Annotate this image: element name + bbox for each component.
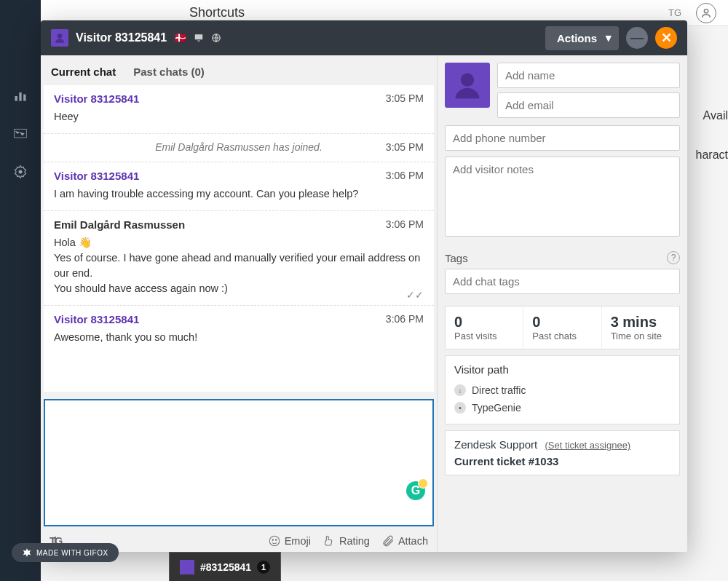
chat-tab-bottom[interactable]: #83125841 1 xyxy=(169,552,281,581)
gifox-badge: MADE WITH GIFOX xyxy=(12,543,119,562)
shortcuts-tab[interactable]: Shortcuts xyxy=(189,5,245,20)
message-visitor: Visitor 831258413:05 PMHeey xyxy=(44,85,434,133)
availability-text: Avail xyxy=(703,109,728,122)
svg-rect-7 xyxy=(195,34,203,39)
tab-current-chat[interactable]: Current chat xyxy=(51,66,116,78)
message-text: Heey xyxy=(54,109,424,125)
svg-point-12 xyxy=(275,540,277,541)
transcript: Visitor 831258413:05 PMHeeyEmil Dalgård … xyxy=(44,85,434,392)
message-composer: G xyxy=(44,399,434,526)
message-sender: Emil Dalgård Rasmussen xyxy=(54,218,424,231)
actions-dropdown[interactable]: Actions xyxy=(545,26,619,50)
country-flag-icon: 🇩🇰 xyxy=(174,32,186,44)
svg-rect-4 xyxy=(15,129,27,138)
message-agent: Emil Dalgård Rasmussen3:06 PMHola 👋Yes o… xyxy=(44,210,434,305)
svg-point-0 xyxy=(704,9,708,12)
monitor-icon[interactable] xyxy=(12,125,29,143)
visitor-stats: 0 Past visits 0 Past chats 3 mins Time o… xyxy=(445,306,680,349)
chat-tags-input[interactable] xyxy=(445,269,680,294)
rating-button[interactable]: Rating xyxy=(323,534,370,548)
visitor-path-item[interactable]: ↓Direct traffic xyxy=(454,382,670,399)
desktop-icon xyxy=(194,33,204,43)
tab-past-chats[interactable]: Past chats (0) xyxy=(133,66,205,78)
svg-rect-1 xyxy=(15,96,17,101)
path-bullet-icon: ↓ xyxy=(454,384,466,396)
tags-label: Tags ? xyxy=(438,245,687,269)
current-ticket-title: Current ticket #1033 xyxy=(454,455,670,467)
stat-past-chats: 0 Past chats xyxy=(523,307,601,349)
message-text: Hola 👋Yes of course. I have gone ahead a… xyxy=(54,235,424,296)
chat-panel: Current chat Past chats (0) Visitor 8312… xyxy=(41,55,438,552)
message-time: 3:06 PM xyxy=(386,170,424,181)
chat-tabs: Current chat Past chats (0) xyxy=(41,55,437,85)
attach-button[interactable]: Attach xyxy=(381,534,428,548)
globe-icon xyxy=(211,33,221,43)
message-sender: Visitor 83125841 xyxy=(54,170,424,182)
path-bullet-icon: • xyxy=(454,402,466,414)
visitor-avatar-large xyxy=(445,63,490,108)
svg-rect-8 xyxy=(197,41,200,42)
svg-point-11 xyxy=(272,540,274,541)
visitor-avatar-small xyxy=(51,29,68,47)
message-sender: Visitor 83125841 xyxy=(54,313,424,325)
tab-visitor-avatar-icon xyxy=(180,560,194,574)
message-system: Emil Dalgård Rasmussen has joined.3:05 P… xyxy=(44,133,434,162)
set-ticket-assignee-link[interactable]: (Set ticket assignee) xyxy=(545,440,630,451)
visitor-notes-input[interactable] xyxy=(445,157,680,237)
zendesk-support-box: Zendesk Support (Set ticket assignee) Cu… xyxy=(445,430,680,475)
zendesk-support-title: Zendesk Support xyxy=(454,438,537,451)
modal-title: Visitor 83125841 xyxy=(76,31,167,44)
settings-icon[interactable] xyxy=(12,163,29,181)
modal-header: Visitor 83125841 🇩🇰 Actions — ✕ xyxy=(41,20,687,55)
visitor-name-input[interactable] xyxy=(497,63,680,88)
svg-point-10 xyxy=(269,536,280,546)
help-icon[interactable]: ? xyxy=(667,251,680,264)
message-time: 3:05 PM xyxy=(386,141,424,153)
unread-badge: 1 xyxy=(257,561,270,574)
visitor-email-input[interactable] xyxy=(497,92,680,118)
svg-rect-3 xyxy=(23,95,25,101)
close-button[interactable]: ✕ xyxy=(655,27,677,49)
stat-time-on-site: 3 mins Time on site xyxy=(602,307,679,349)
emoji-button[interactable]: Emoji xyxy=(268,534,311,548)
message-text: Awesome, thank you so much! xyxy=(54,330,424,345)
visitor-phone-input[interactable] xyxy=(445,125,680,151)
stat-past-visits: 0 Past visits xyxy=(446,307,523,349)
user-avatar-icon[interactable] xyxy=(696,3,716,23)
message-text: I am having trouble accessing my account… xyxy=(54,186,424,202)
minimize-button[interactable]: — xyxy=(626,27,648,49)
svg-point-6 xyxy=(58,33,63,39)
left-navigation-rail xyxy=(0,0,41,581)
read-receipt-icon: ✓✓ xyxy=(406,289,424,301)
message-time: 3:05 PM xyxy=(386,92,424,104)
message-visitor: Visitor 831258413:06 PMAwesome, thank yo… xyxy=(44,305,434,354)
visitor-path-item[interactable]: •TypeGenie xyxy=(454,399,670,416)
svg-point-13 xyxy=(461,74,474,87)
message-input[interactable] xyxy=(45,400,432,525)
bottom-tabbar: #83125841 1 xyxy=(169,552,281,581)
visitor-details-panel: Tags ? 0 Past visits 0 Past chats 3 mins… xyxy=(438,55,687,552)
characters-text: haract xyxy=(696,149,728,162)
visitor-path-box: Visitor path ↓Direct traffic•TypeGenie xyxy=(445,355,680,424)
tg-badge-small: TG xyxy=(668,7,681,18)
system-text: Emil Dalgård Rasmussen has joined. xyxy=(54,141,424,153)
svg-rect-2 xyxy=(19,92,21,101)
message-time: 3:06 PM xyxy=(386,218,424,230)
analytics-icon[interactable] xyxy=(12,87,29,105)
grammarly-icon[interactable]: G xyxy=(406,481,425,500)
message-time: 3:06 PM xyxy=(386,313,424,325)
svg-point-5 xyxy=(19,170,23,174)
message-sender: Visitor 83125841 xyxy=(54,92,424,105)
chat-modal: Visitor 83125841 🇩🇰 Actions — ✕ Current … xyxy=(41,20,687,552)
message-visitor: Visitor 831258413:06 PMI am having troub… xyxy=(44,162,434,210)
